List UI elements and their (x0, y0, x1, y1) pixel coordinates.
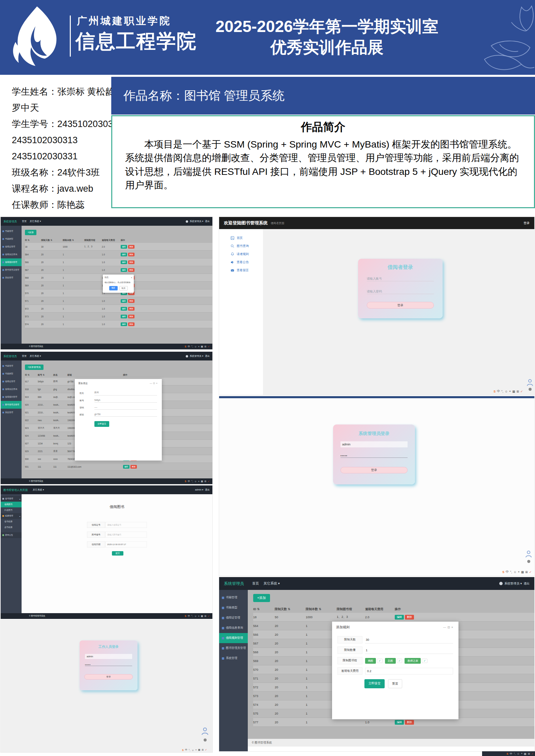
input-method-icon[interactable]: ✓ (208, 615, 210, 618)
sidebar-item-librarians[interactable]: 图书管理员管理 (1, 401, 22, 409)
sidebar-item-cards[interactable]: 借阅证管理 (219, 613, 248, 623)
sidebar-item-reader-rules[interactable]: 读者规则 (231, 252, 263, 256)
column-header[interactable]: 邮箱 (67, 374, 123, 377)
sidebar-item-book-types[interactable]: 书籍类型 (1, 370, 22, 378)
add-admin-button[interactable]: +添加管理员 (25, 365, 43, 370)
window-controls[interactable]: —⊡× (150, 382, 158, 385)
sidebar-item-books[interactable]: 书籍管理 (219, 593, 248, 603)
input-method-icon[interactable]: ☺ (517, 752, 519, 755)
submit-button[interactable]: 立即提交 (94, 421, 109, 427)
input-method-icon[interactable]: °, (501, 390, 503, 393)
sogou-input-toolbar[interactable]: S中°,☺⌖▦⊞✓ (185, 615, 210, 618)
edit-button[interactable]: 编辑 (121, 322, 127, 326)
login-button[interactable]: 登录 (367, 302, 434, 309)
column-header[interactable]: ID ⇅ (25, 239, 41, 242)
input-method-icon[interactable]: ⌖ (521, 752, 523, 755)
edit-button[interactable]: 编辑 (121, 307, 127, 311)
input-method-icon[interactable]: ✓ (520, 390, 523, 393)
input-method-icon[interactable]: ▦ (201, 615, 203, 618)
sidebar-item-return-renew[interactable]: 还书续费 (1, 525, 22, 530)
column-header[interactable]: 限制天数 ⇅ (41, 239, 63, 242)
input-method-icon[interactable]: S (507, 752, 508, 755)
input-method-icon[interactable]: ⊞ (516, 390, 519, 393)
person-float-icon[interactable] (525, 550, 532, 558)
input-method-icon[interactable]: ✓ (531, 752, 534, 755)
column-header[interactable]: 限制本数 ⇅ (306, 607, 337, 611)
input-method-icon[interactable]: ▦ (198, 749, 201, 751)
input-method-icon[interactable]: ⌖ (509, 389, 511, 393)
borrow-date-input[interactable]: 2025-12-30 03:57:17 (105, 541, 147, 547)
delete-button[interactable]: 删除 (128, 260, 135, 264)
app-brand[interactable]: 系统管理员 (3, 354, 17, 358)
nav-home[interactable]: 首页 (22, 220, 27, 223)
app-brand[interactable]: 系统管理员 (3, 220, 17, 223)
sidebar-group-borrow[interactable]: 借书管理▴ (1, 496, 22, 502)
column-header[interactable]: 逾期每天费用 (102, 239, 121, 242)
submit-button[interactable]: 提交 (112, 551, 123, 556)
input-method-icon[interactable]: ✓ (208, 480, 210, 483)
input-method-icon[interactable]: °, (510, 570, 512, 574)
input-method-icon[interactable]: S (185, 345, 186, 348)
delete-button[interactable]: 删除 (405, 720, 414, 725)
add-button[interactable]: +添加 (253, 594, 270, 602)
sidebar-item-publish-notice[interactable]: 发布公告 (1, 532, 22, 538)
input-method-icon[interactable]: 中 (188, 345, 190, 348)
sidebar-item-borrow-renew[interactable]: 借书续费 (1, 519, 22, 525)
column-header[interactable]: 操作 (121, 239, 137, 242)
edit-button[interactable]: 编辑 (395, 615, 404, 620)
maximize-icon[interactable]: ⊡ (153, 382, 156, 384)
close-icon[interactable]: × (131, 277, 132, 279)
password-input[interactable]: ••••• (340, 452, 408, 458)
input-method-icon[interactable]: ✓ (208, 345, 210, 348)
column-header[interactable]: 限制本数 ⇅ (63, 239, 84, 242)
column-header[interactable]: 操作 (123, 374, 143, 377)
user-menu[interactable]: 系统管理员 ▾ (190, 354, 203, 358)
input-method-icon[interactable]: ⌖ (196, 749, 197, 751)
window-controls[interactable]: —⊡× (443, 626, 454, 629)
column-header[interactable]: 姓名 (53, 374, 67, 377)
delete-button[interactable]: 删除 (128, 268, 135, 272)
input-method-icon[interactable]: ▦ (512, 390, 515, 393)
input-method-icon[interactable]: ⌖ (198, 480, 200, 483)
field-input[interactable]: 546yh (94, 399, 157, 403)
input-method-icon[interactable]: °, (191, 480, 193, 482)
maximize-icon[interactable]: ⊡ (447, 626, 451, 629)
login-button[interactable]: 登录 (84, 674, 133, 680)
logout-link[interactable]: 退出 (524, 581, 530, 586)
sogou-input-toolbar[interactable]: S中°,☺⌖▦⊞✓ (494, 389, 523, 393)
input-method-icon[interactable]: ⌖ (198, 345, 200, 348)
input-method-icon[interactable]: S (185, 480, 186, 482)
login-link[interactable]: 登录 (524, 221, 530, 225)
sidebar-item-books[interactable]: 书籍管理 (1, 227, 22, 235)
reset-button[interactable]: 重置 (388, 679, 402, 688)
fee-input[interactable]: 0.2 (365, 668, 453, 674)
sidebar-item-borrow-rules[interactable]: 借阅规则管理 (219, 633, 248, 643)
input-method-icon[interactable]: ✓ (529, 570, 532, 574)
user-avatar-icon[interactable] (186, 355, 188, 357)
sidebar-item-view-notices[interactable]: 查看公告 (231, 260, 263, 264)
input-method-icon[interactable]: 中 (185, 748, 187, 752)
column-header[interactable]: ID ⇅ (25, 374, 38, 376)
delete-button[interactable]: 删除 (128, 245, 135, 249)
close-icon[interactable]: × (451, 626, 454, 629)
input-method-icon[interactable]: 中 (497, 389, 500, 393)
sidebar-item-books[interactable]: 书籍管理 (1, 362, 22, 370)
delete-button[interactable]: 删除 (128, 322, 135, 326)
sogou-input-toolbar[interactable]: S中°,☺⌖▦⊞✓ (185, 345, 210, 348)
column-header[interactable]: 逾期每天费用 (365, 607, 395, 611)
input-method-icon[interactable]: ☺ (505, 390, 508, 393)
sidebar-item-book-types[interactable]: 书籍类型 (1, 235, 22, 243)
field-input[interactable]: 图书 (94, 391, 157, 396)
minimize-icon[interactable]: — (150, 382, 153, 384)
input-method-icon[interactable]: ☺ (191, 749, 194, 751)
sidebar-item-librarians[interactable]: 图书管理员管理 (1, 266, 22, 274)
sogou-input-toolbar[interactable]: S中°,☺⌖▦⊞✓ (182, 748, 207, 752)
column-header[interactable]: 限制天数 ⇅ (275, 607, 306, 611)
edit-button[interactable]: 编辑 (121, 260, 127, 264)
delete-button[interactable]: 删除 (128, 299, 135, 303)
input-method-icon[interactable]: ⊞ (525, 570, 528, 574)
column-header[interactable]: 限制图书馆 (84, 239, 102, 242)
field-input[interactable]: gh756 (94, 413, 157, 417)
input-method-icon[interactable]: ✓ (205, 749, 207, 751)
input-method-icon[interactable]: 中 (188, 615, 190, 618)
